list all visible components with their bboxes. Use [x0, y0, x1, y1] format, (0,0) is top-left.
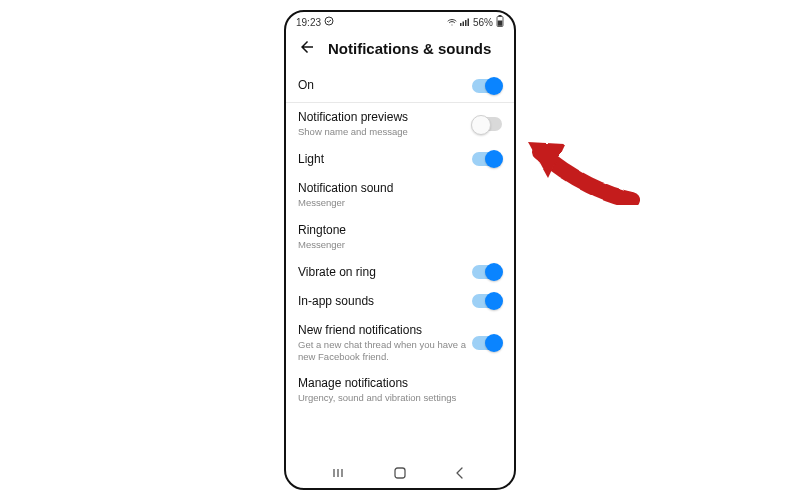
- row-ringtone[interactable]: Ringtone Messenger: [298, 216, 502, 258]
- wifi-icon: [447, 17, 457, 28]
- svg-rect-4: [467, 18, 469, 26]
- row-inapp-title: In-app sounds: [298, 294, 472, 309]
- nav-home-icon[interactable]: [392, 465, 408, 481]
- battery-icon: [496, 15, 504, 29]
- settings-list: On Notification previews Show name and m…: [286, 69, 514, 462]
- annotation-arrow-icon: [522, 130, 642, 220]
- row-new-friend[interactable]: New friend notifications Get a new chat …: [298, 316, 502, 370]
- messenger-status-icon: [324, 16, 334, 28]
- svg-rect-1: [460, 23, 462, 26]
- svg-rect-11: [395, 468, 405, 478]
- svg-rect-6: [499, 15, 502, 17]
- status-battery-text: 56%: [473, 17, 493, 28]
- signal-icon: [460, 17, 470, 28]
- row-on[interactable]: On: [298, 69, 502, 102]
- toggle-notification-previews[interactable]: [472, 117, 502, 131]
- row-manage-sub: Urgency, sound and vibration settings: [298, 392, 502, 404]
- row-sound-sub: Messenger: [298, 197, 502, 209]
- status-bar: 19:23 56%: [286, 12, 514, 32]
- row-sound-title: Notification sound: [298, 181, 502, 196]
- page-title: Notifications & sounds: [328, 40, 491, 57]
- row-light-title: Light: [298, 152, 472, 167]
- toggle-on[interactable]: [472, 79, 502, 93]
- back-arrow-icon[interactable]: [298, 38, 316, 59]
- row-ringtone-title: Ringtone: [298, 223, 502, 238]
- nav-back-icon[interactable]: [452, 465, 468, 481]
- toggle-vibrate[interactable]: [472, 265, 502, 279]
- svg-rect-7: [498, 21, 503, 26]
- row-inapp-sounds[interactable]: In-app sounds: [298, 287, 502, 316]
- toggle-light[interactable]: [472, 152, 502, 166]
- toggle-inapp-sounds[interactable]: [472, 294, 502, 308]
- row-vibrate-title: Vibrate on ring: [298, 265, 472, 280]
- row-notification-sound[interactable]: Notification sound Messenger: [298, 174, 502, 216]
- header-bar: Notifications & sounds: [286, 32, 514, 69]
- status-time: 19:23: [296, 17, 321, 28]
- row-light[interactable]: Light: [298, 145, 502, 174]
- row-previews-title: Notification previews: [298, 110, 472, 125]
- row-ringtone-sub: Messenger: [298, 239, 502, 251]
- svg-rect-3: [465, 20, 467, 26]
- row-vibrate[interactable]: Vibrate on ring: [298, 258, 502, 287]
- toggle-new-friend[interactable]: [472, 336, 502, 350]
- row-previews-sub: Show name and message: [298, 126, 472, 138]
- row-on-title: On: [298, 78, 472, 93]
- row-notification-previews[interactable]: Notification previews Show name and mess…: [298, 103, 502, 145]
- row-manage-title: Manage notifications: [298, 376, 502, 391]
- svg-rect-2: [462, 21, 464, 26]
- android-nav-bar: [286, 462, 514, 488]
- row-newfriend-title: New friend notifications: [298, 323, 472, 338]
- row-manage-notifications[interactable]: Manage notifications Urgency, sound and …: [298, 369, 502, 411]
- nav-recent-icon[interactable]: [332, 465, 348, 481]
- row-newfriend-sub: Get a new chat thread when you have a ne…: [298, 339, 472, 363]
- phone-frame: 19:23 56% Notifications & sounds: [284, 10, 516, 490]
